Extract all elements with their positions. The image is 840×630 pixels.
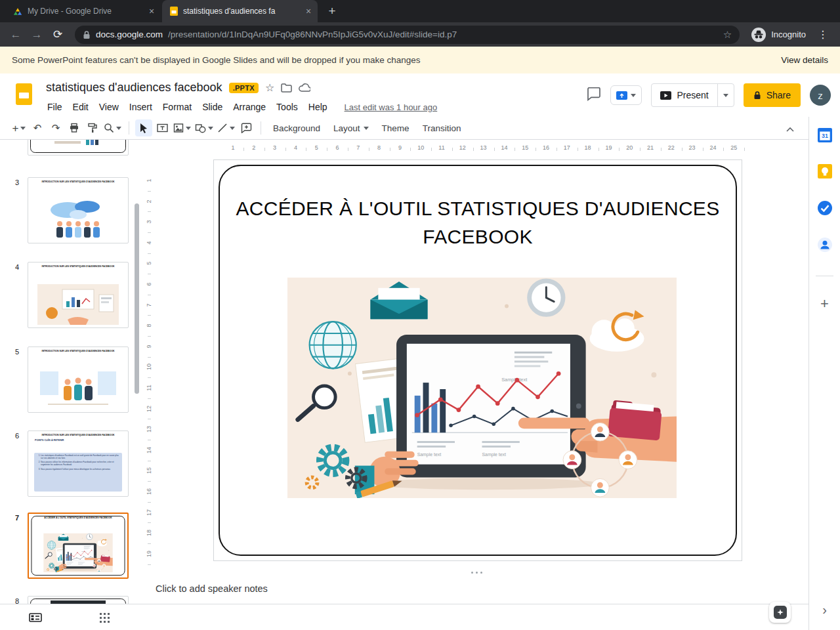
view-details-link[interactable]: View details — [781, 55, 828, 65]
move-folder-icon[interactable] — [281, 83, 292, 93]
menu-insert[interactable]: Insert — [124, 99, 158, 115]
forward-icon[interactable]: → — [28, 26, 46, 44]
pptx-badge: .PPTX — [229, 83, 259, 93]
theme-button[interactable]: Theme — [376, 121, 415, 136]
select-tool[interactable] — [135, 119, 152, 136]
rail-divider — [816, 276, 833, 276]
speaker-notes-input[interactable]: Click to add speaker notes — [156, 583, 268, 594]
text-box-tool[interactable] — [154, 119, 171, 136]
google-slides-window: My Drive - Google Drive × statistiques d… — [0, 0, 840, 630]
slides-logo-icon[interactable] — [16, 83, 32, 105]
back-icon[interactable]: ← — [7, 26, 25, 44]
present-button[interactable]: Present — [652, 84, 717, 106]
zoom-button[interactable] — [102, 119, 123, 136]
thumb-title: INTRODUCTION SUR LES STATISTIQUES D'AUDI… — [35, 265, 121, 268]
side-panel-expand-icon[interactable]: › — [822, 602, 827, 618]
horizontal-ruler: 1234567891011121314151617181920212223242… — [156, 140, 808, 156]
reload-icon[interactable]: ⟳ — [49, 26, 67, 44]
paint-format-button[interactable] — [84, 119, 101, 136]
editor-canvas[interactable]: 1234567891011121314151617181920212223242… — [142, 140, 808, 604]
contacts-icon[interactable] — [818, 238, 832, 255]
incognito-badge: Incognito — [747, 28, 810, 42]
workspace-side-rail: 31 + › — [808, 117, 840, 630]
tab-close-icon[interactable]: × — [146, 6, 157, 16]
tab-title: statistiques d'audiences fa — [183, 7, 298, 16]
share-button[interactable]: Share — [744, 83, 801, 107]
banner-message: Some PowerPoint features can't be displa… — [12, 55, 420, 65]
calendar-icon[interactable]: 31 — [818, 128, 832, 145]
insert-line-button[interactable] — [216, 119, 236, 136]
new-slide-button[interactable]: + — [10, 119, 28, 136]
insert-comment-button[interactable] — [238, 119, 255, 136]
cloud-status-icon[interactable] — [299, 83, 310, 92]
menu-slide[interactable]: Slide — [197, 99, 228, 115]
slide-title-line1: ACCÉDER À L'OUTIL STATISTIQUES D'AUDIENC… — [234, 194, 722, 222]
filmstrip-scrollbar[interactable] — [135, 203, 139, 394]
slide-thumbnail-4[interactable]: INTRODUCTION SUR LES STATISTIQUES D'AUDI… — [28, 262, 129, 328]
slide-thumbnail-5[interactable]: INTRODUCTION SUR LES STATISTIQUES D'AUDI… — [28, 346, 129, 413]
slide-number-7: 7 — [10, 514, 24, 522]
notes-resize-handle[interactable] — [471, 572, 482, 574]
star-icon[interactable]: ☆ — [265, 81, 274, 94]
menu-tools[interactable]: Tools — [271, 99, 303, 115]
insert-shape-button[interactable] — [194, 119, 215, 136]
transition-button[interactable]: Transition — [417, 121, 467, 136]
insert-image-button[interactable] — [172, 119, 192, 136]
last-edit-link[interactable]: Last edit was 1 hour ago — [345, 102, 438, 112]
menu-file[interactable]: File — [42, 99, 68, 115]
chevron-down-icon — [631, 94, 636, 97]
filmstrip-view-button[interactable] — [29, 612, 42, 625]
thumb-title: ACCÉDER À L'OUTIL STATISTIQUES D'AUDIENC… — [44, 516, 113, 520]
thumb-heading: POINTS CLÉS À RETENIR — [35, 439, 128, 442]
slides-favicon-icon — [170, 7, 178, 16]
slide-thumbnail-7-selected[interactable]: ACCÉDER À L'OUTIL STATISTIQUES D'AUDIENC… — [28, 513, 129, 579]
slide-thumbnail-2[interactable] — [28, 140, 129, 156]
bookmark-star-icon[interactable]: ☆ — [723, 29, 732, 41]
slide-thumbnail-3[interactable]: INTRODUCTION SUR LES STATISTIQUES D'AUDI… — [28, 177, 129, 243]
slide-filmstrip[interactable]: 3 INTRODUCTION SUR LES STATISTIQUES D'AU… — [0, 140, 142, 604]
menu-help[interactable]: Help — [303, 99, 333, 115]
share-label: Share — [766, 90, 791, 100]
url-path: /presentation/d/1InDqAn9UFq0g86NNvPn5IpJ… — [168, 30, 718, 39]
browser-tab-slides[interactable]: statistiques d'audiences fa × — [162, 0, 318, 22]
browser-tab-drive[interactable]: My Drive - Google Drive × — [5, 0, 161, 22]
present-options-button[interactable] — [717, 84, 734, 106]
svg-text:31: 31 — [822, 133, 828, 139]
menu-view[interactable]: View — [94, 99, 124, 115]
add-addon-icon[interactable]: + — [820, 295, 829, 312]
grid-view-button[interactable] — [100, 613, 110, 625]
comment-history-icon[interactable] — [587, 87, 601, 104]
thumb-title: INTRODUCTION SUR LES STATISTIQUES D'AUDI… — [35, 180, 121, 184]
menu-edit[interactable]: Edit — [68, 99, 94, 115]
redo-button[interactable]: ↷ — [47, 119, 64, 136]
menu-format[interactable]: Format — [158, 99, 197, 115]
browser-tab-strip: My Drive - Google Drive × statistiques d… — [0, 0, 840, 22]
browser-menu-icon[interactable]: ⋮ — [812, 28, 833, 41]
compatibility-banner: Some PowerPoint features can't be displa… — [0, 47, 840, 74]
slide-illustration[interactable] — [287, 276, 677, 499]
account-avatar[interactable]: z — [810, 85, 831, 106]
present-to-meeting-button[interactable] — [610, 85, 642, 105]
slide-title[interactable]: ACCÉDER À L'OUTIL STATISTIQUES D'AUDIENC… — [234, 194, 722, 251]
tab-close-icon[interactable]: × — [303, 6, 314, 16]
incognito-label: Incognito — [771, 30, 806, 39]
layout-button[interactable]: Layout — [327, 121, 375, 136]
new-tab-button[interactable]: + — [323, 2, 341, 20]
collapse-toolbar-button[interactable] — [786, 123, 794, 135]
print-button[interactable] — [66, 119, 83, 136]
slide-number-5: 5 — [10, 348, 24, 356]
tab-title: My Drive - Google Drive — [28, 7, 141, 16]
address-bar[interactable]: docs.google.com /presentation/d/1InDqAn9… — [75, 26, 740, 44]
slide-thumbnail-8[interactable] — [28, 596, 129, 604]
tasks-icon[interactable] — [818, 201, 832, 218]
explore-button[interactable] — [769, 602, 791, 623]
menu-arrange[interactable]: Arrange — [228, 99, 271, 115]
drive-favicon-icon — [13, 7, 22, 16]
current-slide[interactable]: ACCÉDER À L'OUTIL STATISTIQUES D'AUDIENC… — [213, 159, 742, 561]
background-button[interactable]: Background — [267, 121, 326, 136]
url-domain: docs.google.com — [96, 30, 163, 39]
keep-icon[interactable] — [818, 164, 832, 181]
undo-button[interactable]: ↶ — [29, 119, 46, 136]
slide-thumbnail-6[interactable]: INTRODUCTION SUR LES STATISTIQUES D'AUDI… — [28, 430, 129, 497]
document-title[interactable]: statistiques d'audiences facebook — [46, 81, 222, 94]
